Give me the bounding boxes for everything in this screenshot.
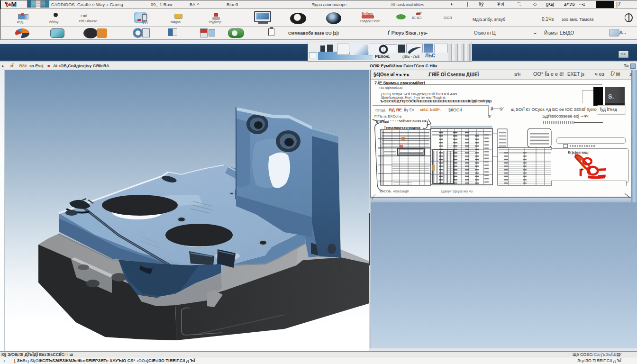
svg-text:ЅОЇЅаге вшѕѕ еЗ: ЅОЇЅаге вшѕѕ еЗ — [399, 119, 426, 123]
svg-text:ЉЖтчш: ЉЖтчш — [376, 120, 389, 124]
